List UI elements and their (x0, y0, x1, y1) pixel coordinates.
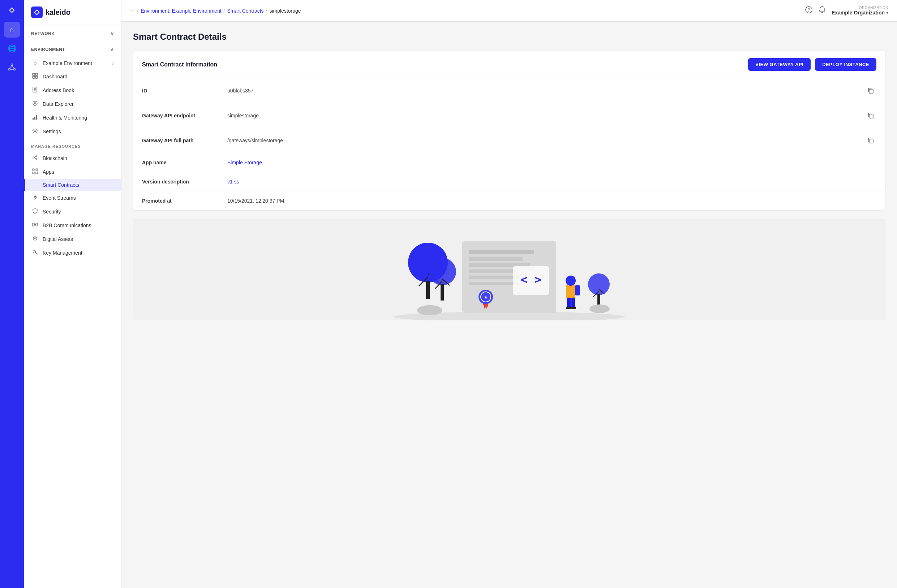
notifications-icon[interactable] (819, 6, 826, 15)
network-section: NETWORK ∨ (24, 25, 121, 41)
sidebar-item-example-env[interactable]: ○ Example Environment › (24, 57, 121, 70)
sidebar-item-address-book[interactable]: Address Book (24, 83, 121, 97)
svg-point-15 (34, 102, 36, 104)
event-streams-icon (31, 194, 39, 202)
svg-rect-78 (571, 298, 575, 308)
svg-rect-42 (869, 89, 873, 93)
svg-text:★: ★ (484, 295, 488, 300)
breadcrumb-env[interactable]: Environment: Example Environment (141, 8, 221, 14)
logo (6, 5, 18, 16)
smart-contract-card: Smart Contract information VIEW GATEWAY … (133, 50, 885, 211)
environment-section-header[interactable]: ENVIRONMENT ∧ (24, 41, 121, 57)
sidebar-item-security[interactable]: Security (24, 205, 121, 218)
icon-rail: ⌂ 🌐 (0, 0, 24, 588)
svg-point-14 (33, 101, 37, 105)
sidebar-item-blockchain[interactable]: Blockchain (24, 151, 121, 165)
sidebar-item-key-management[interactable]: Key Management (24, 246, 121, 260)
page-body: Smart Contract Details Smart Contract in… (121, 22, 897, 588)
dashboard-icon (31, 73, 39, 80)
svg-rect-49 (469, 257, 523, 261)
network-section-header[interactable]: NETWORK ∨ (24, 25, 121, 41)
apps-icon (31, 168, 39, 176)
org-selector[interactable]: ORGANIZATION Example Organization ▾ (831, 6, 888, 15)
detail-row-gateway-path: Gateway API full path /gateways/simplest… (133, 128, 885, 153)
sidebar-item-smart-contracts[interactable]: Smart Contracts (24, 179, 121, 191)
breadcrumb-dots: ··· (130, 8, 135, 14)
deploy-instance-button[interactable]: DEPLOY INSTANCE (815, 58, 876, 71)
sidebar-item-health-monitoring[interactable]: Health & Monitoring (24, 111, 121, 125)
sidebar-item-apps[interactable]: Apps (24, 165, 121, 179)
help-icon[interactable]: ? (805, 6, 813, 15)
svg-point-75 (566, 276, 576, 286)
svg-rect-27 (32, 172, 34, 174)
health-monitoring-icon (31, 114, 39, 121)
svg-rect-43 (869, 114, 873, 118)
svg-point-72 (417, 305, 442, 315)
sidebar-item-digital-assets[interactable]: Digital Assets (24, 232, 121, 246)
b2b-icon (31, 222, 39, 229)
svg-text:?: ? (808, 8, 810, 13)
org-chevron-down: ▾ (886, 10, 888, 15)
svg-point-21 (36, 155, 37, 157)
logo-mark (31, 6, 43, 18)
svg-rect-26 (36, 169, 38, 171)
svg-rect-7 (35, 73, 38, 75)
key-management-icon (31, 249, 39, 257)
app-name-link[interactable]: Simple Storage (227, 160, 876, 165)
svg-rect-76 (575, 285, 580, 295)
card-header-title: Smart Contract information (142, 61, 217, 68)
version-link[interactable]: v1 ss (227, 179, 876, 185)
svg-rect-9 (35, 76, 38, 78)
view-gateway-api-button[interactable]: VIEW GATEWAY API (748, 58, 811, 71)
card-header: Smart Contract information VIEW GATEWAY … (133, 51, 885, 78)
settings-icon (31, 128, 39, 135)
svg-line-3 (9, 66, 12, 69)
security-icon (31, 208, 39, 215)
copy-id-button[interactable] (865, 85, 876, 96)
svg-point-19 (34, 130, 36, 132)
svg-point-20 (33, 157, 34, 158)
detail-row-id: ID u0bfcbs357 (133, 78, 885, 103)
sidebar: kaleido NETWORK ∨ ENVIRONMENT ∧ ○ Exampl… (24, 0, 121, 588)
rail-globe-icon[interactable]: 🌐 (4, 40, 20, 57)
breadcrumb-current: simplestorage (269, 8, 301, 14)
card-header-actions: VIEW GATEWAY API DEPLOY INSTANCE (748, 58, 876, 71)
sidebar-item-dashboard[interactable]: Dashboard (24, 70, 121, 83)
rail-home-icon[interactable]: ⌂ (4, 22, 20, 38)
breadcrumb-smart-contracts[interactable]: Smart Contracts (227, 8, 263, 14)
svg-rect-51 (469, 269, 516, 273)
svg-point-1 (9, 69, 11, 70)
svg-line-39 (35, 252, 37, 254)
copy-gateway-endpoint-button[interactable] (865, 110, 876, 121)
digital-assets-icon (31, 235, 39, 243)
svg-text:< >: < > (520, 273, 541, 286)
svg-rect-48 (469, 250, 534, 254)
svg-rect-74 (566, 284, 575, 299)
svg-point-73 (589, 304, 610, 313)
sidebar-item-settings[interactable]: Settings (24, 125, 121, 138)
svg-rect-8 (32, 76, 35, 78)
sidebar-item-b2b-communications[interactable]: B2B Communications (24, 218, 121, 232)
svg-rect-17 (34, 117, 35, 119)
topbar-actions: ? ORGANIZATION Example Organization ▾ (805, 6, 888, 15)
svg-point-34 (33, 237, 37, 240)
env-chevron-right: › (112, 60, 114, 66)
svg-point-35 (34, 238, 36, 239)
svg-rect-30 (36, 223, 38, 226)
svg-rect-80 (571, 307, 576, 309)
svg-point-0 (11, 64, 13, 66)
detail-row-gateway-endpoint: Gateway API endpoint simplestorage (133, 103, 885, 128)
detail-row-version: Version description v1 ss (133, 172, 885, 191)
svg-rect-53 (469, 282, 519, 285)
svg-point-38 (33, 250, 36, 253)
svg-line-4 (12, 66, 14, 69)
copy-gateway-path-button[interactable] (865, 135, 876, 146)
sidebar-item-data-explorer[interactable]: Data Explorer (24, 97, 121, 111)
svg-line-23 (34, 156, 36, 158)
environment-section: ENVIRONMENT ∧ ○ Example Environment › Da… (24, 41, 121, 138)
org-dropdown[interactable]: Example Organization ▾ (831, 10, 888, 15)
topbar: ··· / Environment: Example Environment /… (121, 0, 897, 22)
svg-point-2 (14, 69, 15, 70)
rail-network-icon[interactable] (4, 59, 20, 75)
sidebar-item-event-streams[interactable]: Event Streams (24, 191, 121, 205)
